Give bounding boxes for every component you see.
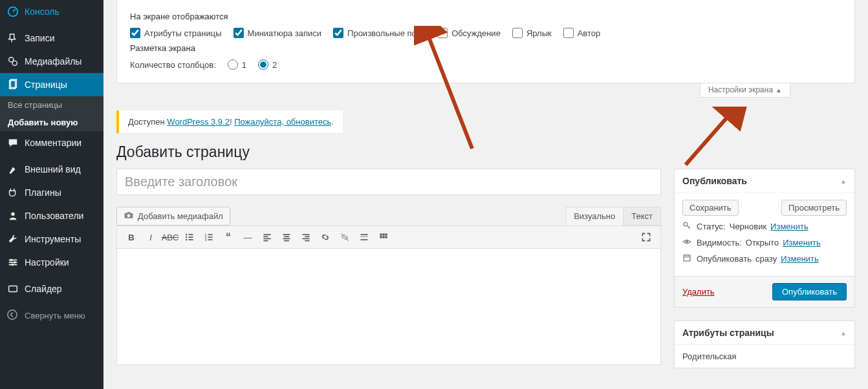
screen-options-display-heading: На экране отображаются xyxy=(130,12,841,21)
more-button[interactable] xyxy=(355,229,373,246)
screen-options-tab[interactable]: Настройки экрана ▲ xyxy=(700,83,790,98)
camera-icon xyxy=(124,210,134,222)
align-center-button[interactable] xyxy=(277,229,296,246)
menu-media[interactable]: Медиафайлы xyxy=(0,50,103,73)
fullscreen-button[interactable] xyxy=(637,229,655,246)
svg-rect-18 xyxy=(188,234,193,235)
columns-radio-2[interactable]: 2 xyxy=(258,59,277,70)
svg-point-5 xyxy=(11,213,14,216)
add-media-button[interactable]: Добавить медиафайл xyxy=(116,207,230,226)
svg-point-15 xyxy=(127,214,131,217)
menu-tools[interactable]: Инструменты xyxy=(0,227,103,251)
checkbox-slug[interactable]: Ярлык xyxy=(512,28,552,38)
strike-button[interactable]: ABC xyxy=(161,229,179,246)
svg-rect-34 xyxy=(284,236,289,237)
sidebar-right: Опубликовать ▲ Сохранить Просмотреть Ста… xyxy=(674,169,855,381)
svg-rect-30 xyxy=(263,236,268,237)
delete-link[interactable]: Удалить xyxy=(682,287,715,297)
calendar-icon xyxy=(682,253,693,264)
tools-icon xyxy=(6,233,19,246)
tab-visual[interactable]: Визуально xyxy=(565,207,624,226)
svg-point-11 xyxy=(11,264,14,266)
menu-settings[interactable]: Настройки xyxy=(0,251,103,274)
publish-button[interactable]: Опубликовать xyxy=(772,283,847,300)
edit-visibility-link[interactable]: Изменить xyxy=(783,238,821,247)
menu-label: Пользователи xyxy=(25,211,83,221)
menu-label: Плагины xyxy=(25,187,61,198)
menu-pages[interactable]: Страницы xyxy=(0,73,103,96)
editor-tabs: Визуально Текст xyxy=(565,207,661,226)
svg-rect-39 xyxy=(302,238,309,240)
svg-rect-16 xyxy=(127,212,131,213)
page-title: Добавить страницу xyxy=(116,143,855,161)
edit-schedule-link[interactable]: Изменить xyxy=(781,254,819,264)
visibility-line: Видимость: Открыто Изменить xyxy=(682,237,847,248)
status-line: Статус: Черновик Изменить xyxy=(682,221,847,232)
add-media-label: Добавить медиафайл xyxy=(138,211,223,221)
menu-plugins[interactable]: Плагины xyxy=(0,181,103,204)
menu-comments[interactable]: Комментарии xyxy=(0,131,103,154)
svg-rect-49 xyxy=(385,236,387,238)
svg-rect-41 xyxy=(360,234,367,235)
svg-point-13 xyxy=(8,310,17,319)
italic-button[interactable]: I xyxy=(142,229,160,246)
menu-slider[interactable]: Слайдер xyxy=(0,277,103,300)
svg-rect-26 xyxy=(208,237,212,238)
unlink-button[interactable] xyxy=(336,229,354,246)
align-left-button[interactable] xyxy=(258,229,276,246)
collapse-label: Свернуть меню xyxy=(25,311,85,321)
preview-button[interactable]: Просмотреть xyxy=(781,200,847,216)
bold-button[interactable]: B xyxy=(122,229,140,246)
update-link[interactable]: Пожалуйста, обновитесь xyxy=(234,117,331,127)
checkbox-featured-image[interactable]: Миниатюра записи xyxy=(233,28,322,38)
menu-dashboard[interactable]: Консоль xyxy=(0,0,103,23)
menu-users[interactable]: Пользователи xyxy=(0,204,103,227)
bullet-list-button[interactable] xyxy=(180,229,199,246)
blockquote-button[interactable]: “ xyxy=(219,229,237,246)
toolbar-toggle-button[interactable] xyxy=(374,229,393,246)
pin-icon xyxy=(6,32,19,45)
menu-label: Внешний вид xyxy=(25,164,81,174)
checkbox-custom-fields[interactable]: Произвольные поля xyxy=(333,28,426,38)
attributes-box-header[interactable]: Атрибуты страницы ▲ xyxy=(675,321,854,345)
wordpress-version-link[interactable]: WordPress 3.9.2 xyxy=(167,117,230,127)
tab-text[interactable]: Текст xyxy=(624,207,661,226)
publish-box-header[interactable]: Опубликовать ▲ xyxy=(675,169,854,193)
columns-radio-1[interactable]: 1 xyxy=(228,59,246,70)
editor-content-area[interactable] xyxy=(116,249,661,365)
collapse-menu[interactable]: Свернуть меню xyxy=(0,304,103,327)
svg-rect-28 xyxy=(208,239,212,240)
svg-rect-43 xyxy=(360,239,367,240)
chevron-up-icon: ▲ xyxy=(840,330,847,337)
svg-rect-37 xyxy=(302,234,309,235)
post-title-input[interactable] xyxy=(116,169,661,195)
plugins-icon xyxy=(6,186,19,199)
menu-appearance[interactable]: Внешний вид xyxy=(0,158,103,181)
checkbox-page-attributes[interactable]: Атрибуты страницы xyxy=(130,28,222,38)
menu-posts[interactable]: Записи xyxy=(0,26,103,50)
checkbox-discussion[interactable]: Обсуждение xyxy=(437,28,501,38)
publish-box: Опубликовать ▲ Сохранить Просмотреть Ста… xyxy=(674,169,855,308)
update-notice: Доступен WordPress 3.9.2! Пожалуйста, об… xyxy=(116,110,343,133)
content-area: На экране отображаются Атрибуты страницы… xyxy=(103,0,868,389)
svg-rect-29 xyxy=(263,234,270,235)
menu-label: Настройки xyxy=(25,257,69,268)
chevron-up-icon: ▲ xyxy=(840,178,847,185)
screen-options-tab-row: Настройки экрана ▲ xyxy=(116,83,855,98)
align-right-button[interactable] xyxy=(297,229,315,246)
submenu-pages: Все страницы Добавить новую xyxy=(0,96,103,131)
submenu-all-pages[interactable]: Все страницы xyxy=(0,96,103,114)
hr-button[interactable]: — xyxy=(239,229,257,246)
attributes-box: Атрибуты страницы ▲ Родительская xyxy=(674,321,855,368)
checkbox-author[interactable]: Автор xyxy=(563,28,601,38)
svg-rect-52 xyxy=(684,255,690,261)
link-button[interactable] xyxy=(316,229,334,246)
svg-point-2 xyxy=(12,61,17,65)
numbered-list-button[interactable]: 123 xyxy=(200,229,218,246)
edit-status-link[interactable]: Изменить xyxy=(770,222,808,231)
submenu-add-new[interactable]: Добавить новую xyxy=(0,114,103,131)
save-draft-button[interactable]: Сохранить xyxy=(682,200,739,216)
svg-rect-20 xyxy=(188,237,193,238)
collapse-icon xyxy=(6,309,19,322)
menu-label: Комментарии xyxy=(25,138,81,148)
